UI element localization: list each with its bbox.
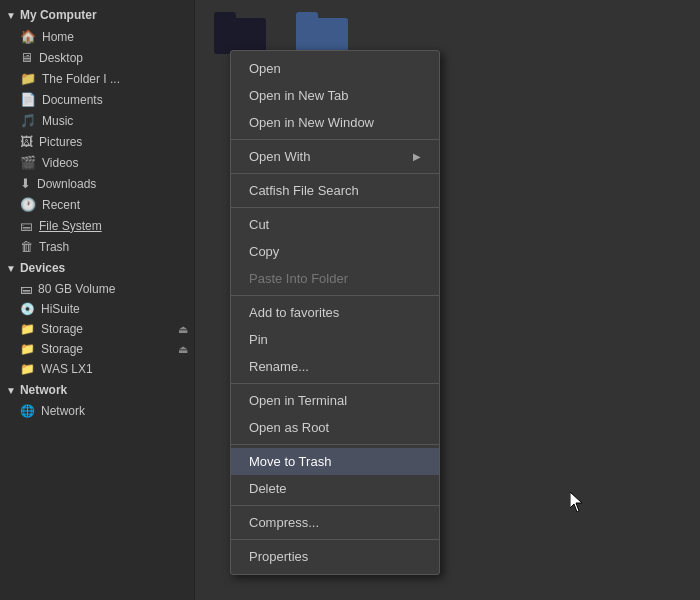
- volume-icon: 🖴: [20, 282, 32, 296]
- ctx-delete-label: Delete: [249, 481, 287, 496]
- ctx-open-label: Open: [249, 61, 281, 76]
- sidebar-item-label: WAS LX1: [41, 362, 93, 376]
- sidebar-item-label: The Folder I ...: [42, 72, 120, 86]
- sidebar-item-filesystem[interactable]: 🖴 File System: [0, 215, 194, 236]
- sidebar-item-home[interactable]: 🏠 Home: [0, 26, 194, 47]
- separator2: [231, 173, 439, 174]
- folder-icon: 📁: [20, 71, 36, 86]
- sidebar-item-hisuite[interactable]: 💿 HiSuite: [0, 299, 194, 319]
- storage2-icon: 📁: [20, 342, 35, 356]
- ctx-rename-label: Rename...: [249, 359, 309, 374]
- sidebar-item-label: Storage: [41, 342, 83, 356]
- sidebar-item-label: 80 GB Volume: [38, 282, 115, 296]
- separator7: [231, 505, 439, 506]
- ctx-open-root-label: Open as Root: [249, 420, 329, 435]
- sidebar-item-label: Storage: [41, 322, 83, 336]
- submenu-arrow-icon: ▶: [413, 151, 421, 162]
- sidebar-item-folder[interactable]: 📁 The Folder I ...: [0, 68, 194, 89]
- sidebar-item-label: HiSuite: [41, 302, 80, 316]
- ctx-open-new-window[interactable]: Open in New Window: [231, 109, 439, 136]
- storage1-icon: 📁: [20, 322, 35, 336]
- sidebar-item-label: Home: [42, 30, 74, 44]
- ctx-move-trash[interactable]: Move to Trash: [231, 448, 439, 475]
- ctx-add-favorites[interactable]: Add to favorites: [231, 299, 439, 326]
- videos-icon: 🎬: [20, 155, 36, 170]
- sidebar-item-desktop[interactable]: 🖥 Desktop: [0, 47, 194, 68]
- trash-icon: 🗑: [20, 239, 33, 254]
- arrow-icon: ▼: [6, 263, 16, 274]
- ctx-add-favorites-label: Add to favorites: [249, 305, 339, 320]
- ctx-catfish[interactable]: Catfish File Search: [231, 177, 439, 204]
- sidebar-item-pictures[interactable]: 🖼 Pictures: [0, 131, 194, 152]
- ctx-delete[interactable]: Delete: [231, 475, 439, 502]
- sidebar-item-label: Videos: [42, 156, 78, 170]
- sidebar-item-storage2[interactable]: 📁 Storage ⏏: [0, 339, 194, 359]
- arrow-icon: ▼: [6, 10, 16, 21]
- sidebar-item-label: Documents: [42, 93, 103, 107]
- ctx-open-new-window-label: Open in New Window: [249, 115, 374, 130]
- separator4: [231, 295, 439, 296]
- ctx-compress[interactable]: Compress...: [231, 509, 439, 536]
- separator3: [231, 207, 439, 208]
- main-area: ThisTe... Open Open in New Tab Open in N…: [195, 0, 700, 600]
- sidebar-item-documents[interactable]: 📄 Documents: [0, 89, 194, 110]
- eject-icon2[interactable]: ⏏: [178, 343, 188, 356]
- ctx-open-root[interactable]: Open as Root: [231, 414, 439, 441]
- music-icon: 🎵: [20, 113, 36, 128]
- sidebar-item-videos[interactable]: 🎬 Videos: [0, 152, 194, 173]
- sidebar-item-label: Trash: [39, 240, 69, 254]
- sidebar-item-music[interactable]: 🎵 Music: [0, 110, 194, 131]
- sidebar-item-label: Downloads: [37, 177, 96, 191]
- waslx1-icon: 📁: [20, 362, 35, 376]
- ctx-pin-label: Pin: [249, 332, 268, 347]
- separator8: [231, 539, 439, 540]
- sidebar-item-downloads[interactable]: ⬇ Downloads: [0, 173, 194, 194]
- sidebar-section-my-computer[interactable]: ▼ My Computer: [0, 4, 194, 26]
- ctx-pin[interactable]: Pin: [231, 326, 439, 353]
- ctx-properties[interactable]: Properties: [231, 543, 439, 570]
- ctx-open-with-label: Open With: [249, 149, 310, 164]
- sidebar-item-volume[interactable]: 🖴 80 GB Volume: [0, 279, 194, 299]
- ctx-open[interactable]: Open: [231, 55, 439, 82]
- sidebar-item-trash[interactable]: 🗑 Trash: [0, 236, 194, 257]
- ctx-properties-label: Properties: [249, 549, 308, 564]
- ctx-move-trash-label: Move to Trash: [249, 454, 331, 469]
- ctx-open-terminal[interactable]: Open in Terminal: [231, 387, 439, 414]
- ctx-open-with[interactable]: Open With ▶: [231, 143, 439, 170]
- ctx-paste: Paste Into Folder: [231, 265, 439, 292]
- sidebar-item-label: Network: [41, 404, 85, 418]
- sidebar-section-network[interactable]: ▼ Network: [0, 379, 194, 401]
- sidebar-item-recent[interactable]: 🕐 Recent: [0, 194, 194, 215]
- ctx-rename[interactable]: Rename...: [231, 353, 439, 380]
- separator1: [231, 139, 439, 140]
- eject-icon[interactable]: ⏏: [178, 323, 188, 336]
- recent-icon: 🕐: [20, 197, 36, 212]
- downloads-icon: ⬇: [20, 176, 31, 191]
- documents-icon: 📄: [20, 92, 36, 107]
- sidebar-section-label: Network: [20, 383, 67, 397]
- sidebar: ▼ My Computer 🏠 Home 🖥 Desktop 📁 The Fol…: [0, 0, 195, 600]
- separator6: [231, 444, 439, 445]
- svg-marker-0: [570, 492, 582, 512]
- mouse-cursor: [570, 492, 584, 512]
- sidebar-item-label: File System: [39, 219, 102, 233]
- sidebar-item-label: Recent: [42, 198, 80, 212]
- filesystem-icon: 🖴: [20, 218, 33, 233]
- sidebar-item-label: Pictures: [39, 135, 82, 149]
- sidebar-section-label: Devices: [20, 261, 65, 275]
- sidebar-item-storage1[interactable]: 📁 Storage ⏏: [0, 319, 194, 339]
- ctx-cut[interactable]: Cut: [231, 211, 439, 238]
- sidebar-item-network[interactable]: 🌐 Network: [0, 401, 194, 421]
- ctx-open-new-tab-label: Open in New Tab: [249, 88, 349, 103]
- ctx-open-new-tab[interactable]: Open in New Tab: [231, 82, 439, 109]
- sidebar-section-devices[interactable]: ▼ Devices: [0, 257, 194, 279]
- sidebar-section-label: My Computer: [20, 8, 97, 22]
- pictures-icon: 🖼: [20, 134, 33, 149]
- arrow-icon: ▼: [6, 385, 16, 396]
- network-icon: 🌐: [20, 404, 35, 418]
- ctx-open-terminal-label: Open in Terminal: [249, 393, 347, 408]
- sidebar-item-label: Desktop: [39, 51, 83, 65]
- sidebar-item-waslx1[interactable]: 📁 WAS LX1: [0, 359, 194, 379]
- ctx-copy[interactable]: Copy: [231, 238, 439, 265]
- ctx-catfish-label: Catfish File Search: [249, 183, 359, 198]
